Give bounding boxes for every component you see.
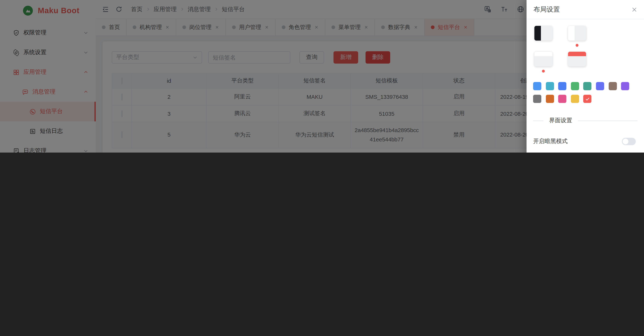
theme-color-swatch[interactable] <box>546 95 554 103</box>
theme-color-swatch[interactable] <box>571 95 579 103</box>
drawer-title: 布局设置 <box>534 5 560 14</box>
dark-mode-toggle[interactable] <box>622 138 636 145</box>
drawer-header: 布局设置 <box>526 0 644 19</box>
theme-color-swatch[interactable] <box>546 82 554 90</box>
theme-color-swatch[interactable] <box>558 95 566 103</box>
interface-settings-divider: 界面设置 <box>533 117 638 124</box>
theme-color-palette <box>533 82 638 103</box>
layout-option-sidebar-dark[interactable] <box>534 26 552 40</box>
theme-color-swatch[interactable] <box>533 95 541 103</box>
dark-sidebar-thumb <box>534 26 541 40</box>
layout-option-sidebar-light[interactable] <box>568 26 586 40</box>
red-topbar-thumb <box>568 52 586 56</box>
setting-dark-mode: 开启暗黑模式 <box>533 132 638 152</box>
theme-color-swatch[interactable] <box>533 82 541 90</box>
drawer-body: 界面设置 开启暗黑模式 侧栏排他展开 开启LOGO 开启面包屑 <box>526 26 644 153</box>
theme-color-swatch-selected[interactable] <box>584 95 592 103</box>
section-title: 界面设置 <box>549 117 572 124</box>
setting-sidebar-accordion: 侧栏排他展开 <box>533 151 638 152</box>
selected-dot-icon <box>576 44 578 47</box>
theme-color-swatch[interactable] <box>558 82 566 90</box>
theme-color-swatch[interactable] <box>621 82 629 90</box>
setting-label: 开启暗黑模式 <box>533 138 568 145</box>
layout-settings-drawer: 布局设置 <box>526 0 644 153</box>
layout-option-topbar-light[interactable] <box>534 52 552 66</box>
theme-color-swatch[interactable] <box>571 82 579 90</box>
theme-color-swatch[interactable] <box>596 82 604 90</box>
selected-dot-icon <box>542 70 545 73</box>
light-sidebar-thumb <box>568 26 574 40</box>
app-window: Maku Boot 权限管理 系统设置 应用管理 消息管理 <box>0 0 644 153</box>
theme-color-swatch[interactable] <box>608 82 616 90</box>
layout-option-topbar-red[interactable] <box>568 52 586 66</box>
layout-options <box>534 26 588 66</box>
theme-color-swatch[interactable] <box>584 82 592 90</box>
settings-list: 开启暗黑模式 侧栏排他展开 开启LOGO 开启面包屑 开启标签页 <box>533 132 638 153</box>
close-icon[interactable] <box>631 6 638 12</box>
light-topbar-thumb <box>534 52 552 56</box>
